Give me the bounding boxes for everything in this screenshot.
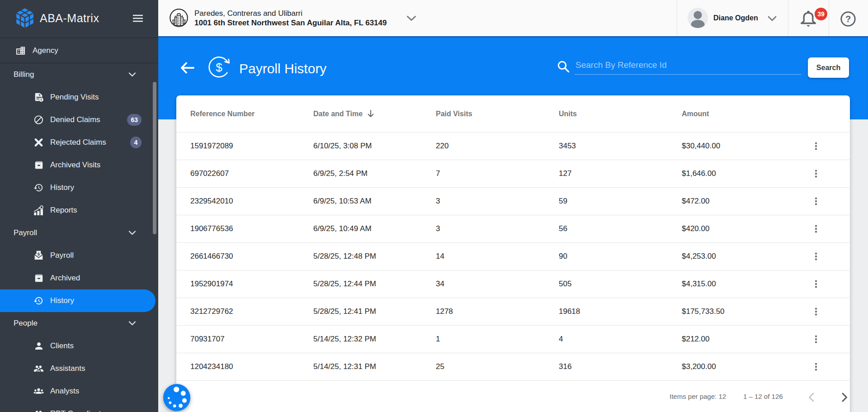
svg-text:$: $	[38, 251, 40, 256]
svg-text:$: $	[216, 61, 222, 74]
svg-text:?: ?	[845, 14, 851, 24]
